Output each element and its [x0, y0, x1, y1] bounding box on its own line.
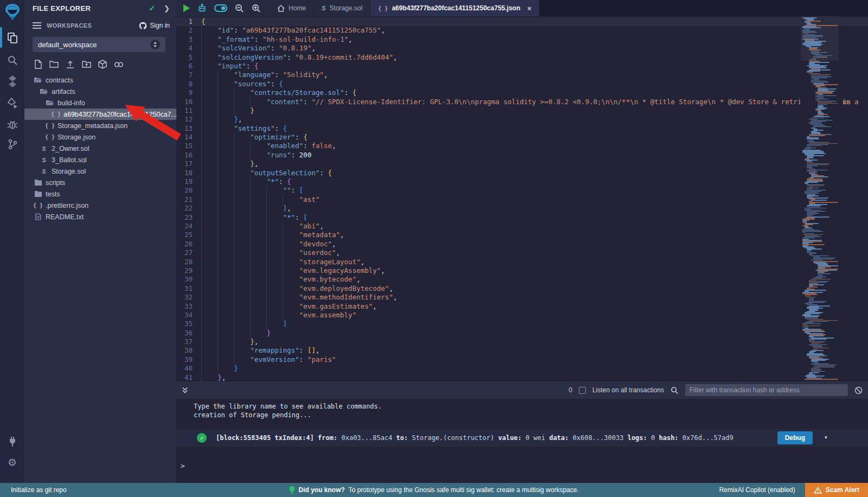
github-signin-button[interactable]: Sign in [139, 22, 170, 30]
code-line-20: 20"": [ [176, 186, 868, 195]
code-line-8: 8"sources": { [176, 80, 868, 88]
plugin-manager-icon[interactable] [0, 432, 24, 451]
editor-toolbar [176, 0, 270, 16]
code-line-21: 21"ast" [176, 195, 868, 204]
line-number: 8 [176, 80, 201, 88]
terminal-panel: 0 Listen on all transactions Type the li… [176, 381, 868, 483]
tx-expand-chevron-icon[interactable]: ▾ [824, 434, 828, 441]
new-folder-icon[interactable] [49, 60, 59, 68]
tree-item-label: 3_Ballot.sol [52, 156, 87, 164]
terminal-search-icon[interactable] [671, 386, 679, 394]
editor-area: HomeSStorage.sol{ }a69b43f277ba20fcac141… [176, 0, 868, 483]
tree-item-contracts[interactable]: contracts [24, 74, 176, 86]
json-icon: { } [378, 4, 388, 12]
line-number: 41 [176, 373, 201, 381]
tree-item-label: Storage.json [58, 133, 95, 141]
transaction-log-row[interactable]: ✓ [block:5583405 txIndex:4] from: 0xa03.… [176, 429, 868, 447]
line-number: 38 [176, 346, 201, 355]
ai-assistant-robot-icon[interactable] [197, 4, 207, 13]
line-number: 14 [176, 133, 201, 142]
line-number: 26 [176, 240, 201, 248]
line-number: 19 [176, 177, 201, 186]
json-icon: { } [46, 134, 54, 140]
code-line-35: 35] [176, 320, 868, 328]
code-line-37: 37}, [176, 337, 868, 346]
terminal-prompt[interactable]: > [176, 462, 868, 470]
terminal-collapse-icon[interactable] [182, 387, 188, 394]
tree-item-storage-json[interactable]: { }Storage.json [24, 131, 176, 143]
new-file-icon[interactable] [34, 60, 42, 69]
tree-item-tests[interactable]: tests [24, 188, 176, 200]
listen-all-transactions-label: Listen on all transactions [592, 386, 664, 394]
settings-gear-icon[interactable]: ⚙ [0, 453, 24, 472]
link-icon[interactable] [114, 61, 124, 68]
tab-a69b43f277ba20fcac141151250ca755-json[interactable]: { }a69b43f277ba20fcac141151250ca755.json… [371, 0, 540, 16]
listen-all-transactions-checkbox[interactable] [579, 387, 586, 394]
close-icon[interactable]: × [527, 4, 532, 12]
scam-alert-button[interactable]: Scam Alert [805, 483, 868, 497]
line-number: 21 [176, 195, 201, 204]
zoom-in-icon[interactable] [252, 4, 261, 13]
tree-item-label: Storage_metadata.json [58, 122, 127, 130]
run-script-icon[interactable] [183, 4, 190, 12]
github-icon [139, 22, 147, 30]
code-line-4: 4"solcVersion": "0.8.19", [176, 44, 868, 53]
line-number: 7 [176, 71, 201, 79]
tree-item--prettierrc-json[interactable]: { }.prettierrc.json [24, 200, 176, 211]
sidebar-item-git[interactable] [0, 135, 24, 154]
tree-item-build-info[interactable]: build-info [24, 97, 176, 109]
remix-logo[interactable] [0, 3, 24, 23]
solidity-icon: S [322, 4, 326, 12]
copilot-status[interactable]: RemixAI Copilot (enabled) [719, 486, 795, 494]
tree-item-a69b43f277ba20fcac141151250ca7-[interactable]: { }a69b43f277ba20fcac141151250ca7... [24, 109, 176, 120]
status-bar: Initialize as git repo Did you know? To … [0, 483, 868, 497]
tree-item-storage-sol[interactable]: SStorage.sol [24, 165, 176, 177]
tree-item-2-owner-sol[interactable]: S2_Owner.sol [24, 143, 176, 154]
tab-storage-sol[interactable]: SStorage.sol [314, 0, 371, 16]
tree-item-3-ballot-sol[interactable]: S3_Ballot.sol [24, 154, 176, 165]
chevron-right-icon[interactable]: ❯ [164, 4, 170, 12]
line-number: 3 [176, 35, 201, 44]
line-number: 33 [176, 302, 201, 311]
line-number: 37 [176, 337, 201, 346]
upload-folder-icon[interactable] [82, 60, 91, 68]
json-icon: { } [52, 111, 60, 117]
tree-item-scripts[interactable]: scripts [24, 177, 176, 188]
sidebar-item-deploy-run[interactable] [0, 93, 24, 113]
debug-button[interactable]: Debug [777, 431, 813, 444]
cube-icon[interactable] [98, 60, 107, 69]
activity-bar: ⚙ [0, 0, 24, 483]
code-editor[interactable]: 1{2"id": "a69b43f277ba20fcac141151250ca7… [176, 16, 868, 381]
code-line-33: 33"evm.gasEstimates", [176, 302, 868, 311]
code-line-30: 30"evm.bytecode", [176, 275, 868, 284]
tree-item-storage-metadata-json[interactable]: { }Storage_metadata.json [24, 120, 176, 131]
transaction-filter-input[interactable] [685, 384, 848, 396]
code-line-7: 7"language": "Solidity", [176, 71, 868, 79]
workspaces-menu-icon[interactable] [33, 22, 41, 29]
code-line-23: 23"*": [ [176, 213, 868, 222]
workspace-select[interactable]: default_workspace [33, 37, 165, 52]
zoom-out-icon[interactable] [235, 4, 244, 13]
minimap[interactable] [801, 16, 839, 381]
code-line-6: 6"input": { [176, 62, 868, 71]
tree-item-artifacts[interactable]: artifacts [24, 86, 176, 97]
check-icon: ✓ [149, 4, 155, 12]
copilot-toggle-icon[interactable] [214, 4, 227, 12]
upload-file-icon[interactable] [66, 60, 75, 69]
clear-console-icon[interactable] [854, 386, 863, 394]
sidebar-item-search[interactable] [0, 50, 24, 70]
code-line-11: 11} [176, 106, 868, 115]
line-number: 5 [176, 53, 201, 62]
sidebar-item-solidity-compiler[interactable] [0, 72, 24, 91]
tree-item-readme-txt[interactable]: README.txt [24, 211, 176, 222]
file-icon [34, 213, 42, 220]
line-number: 1 [176, 17, 201, 26]
transaction-count-badge: 0 [569, 386, 572, 394]
git-init-button[interactable]: Initialize as git repo [11, 486, 67, 494]
signin-label: Sign in [150, 22, 170, 29]
code-line-13: 13"settings": { [176, 124, 868, 133]
sidebar-item-file-explorer[interactable] [0, 28, 24, 48]
folder-open-icon [46, 100, 54, 106]
tab-home[interactable]: Home [270, 0, 314, 16]
sidebar-item-debugger[interactable] [0, 114, 24, 134]
